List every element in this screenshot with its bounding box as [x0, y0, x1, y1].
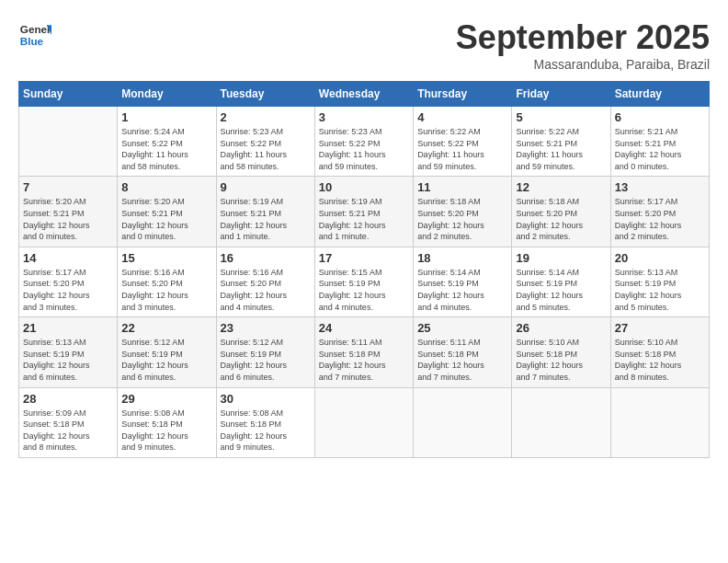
day-info: Sunrise: 5:10 AMSunset: 5:18 PMDaylight:… — [615, 337, 705, 383]
calendar-cell: 3Sunrise: 5:23 AMSunset: 5:22 PMDaylight… — [314, 107, 413, 177]
logo-icon: General Blue — [18, 18, 51, 52]
day-info: Sunrise: 5:18 AMSunset: 5:20 PMDaylight:… — [417, 196, 507, 242]
calendar-cell: 7Sunrise: 5:20 AMSunset: 5:21 PMDaylight… — [19, 177, 118, 247]
day-info: Sunrise: 5:16 AMSunset: 5:20 PMDaylight:… — [121, 267, 211, 313]
calendar-week-row: 28Sunrise: 5:09 AMSunset: 5:18 PMDayligh… — [19, 387, 710, 457]
day-number: 7 — [23, 180, 113, 194]
calendar-cell: 27Sunrise: 5:10 AMSunset: 5:18 PMDayligh… — [610, 317, 709, 387]
day-info: Sunrise: 5:24 AMSunset: 5:22 PMDaylight:… — [121, 126, 211, 172]
day-info: Sunrise: 5:23 AMSunset: 5:22 PMDaylight:… — [319, 126, 409, 172]
day-number: 23 — [221, 321, 311, 335]
day-number: 27 — [615, 321, 705, 335]
calendar-cell: 17Sunrise: 5:15 AMSunset: 5:19 PMDayligh… — [314, 247, 413, 316]
day-number: 3 — [319, 110, 409, 124]
weekday-header-wednesday: Wednesday — [314, 82, 413, 107]
day-info: Sunrise: 5:19 AMSunset: 5:21 PMDaylight:… — [221, 196, 311, 242]
calendar-cell: 13Sunrise: 5:17 AMSunset: 5:20 PMDayligh… — [610, 177, 709, 247]
day-number: 25 — [417, 321, 507, 335]
day-info: Sunrise: 5:16 AMSunset: 5:20 PMDaylight:… — [221, 267, 311, 313]
logo: General Blue — [18, 18, 51, 52]
day-number: 14 — [23, 251, 113, 265]
calendar-week-row: 1Sunrise: 5:24 AMSunset: 5:22 PMDaylight… — [19, 107, 710, 177]
day-info: Sunrise: 5:13 AMSunset: 5:19 PMDaylight:… — [615, 267, 705, 313]
day-info: Sunrise: 5:20 AMSunset: 5:21 PMDaylight:… — [23, 196, 113, 242]
day-info: Sunrise: 5:22 AMSunset: 5:22 PMDaylight:… — [417, 126, 507, 172]
day-info: Sunrise: 5:17 AMSunset: 5:20 PMDaylight:… — [615, 196, 705, 242]
day-info: Sunrise: 5:09 AMSunset: 5:18 PMDaylight:… — [23, 408, 113, 454]
calendar-body: 1Sunrise: 5:24 AMSunset: 5:22 PMDaylight… — [19, 107, 710, 458]
calendar: SundayMondayTuesdayWednesdayThursdayFrid… — [18, 81, 710, 458]
day-number: 30 — [221, 392, 311, 406]
calendar-cell: 21Sunrise: 5:13 AMSunset: 5:19 PMDayligh… — [19, 317, 118, 387]
weekday-header-tuesday: Tuesday — [216, 82, 314, 107]
day-number: 2 — [221, 110, 311, 124]
day-number: 13 — [615, 180, 705, 194]
calendar-cell: 6Sunrise: 5:21 AMSunset: 5:21 PMDaylight… — [610, 107, 709, 177]
day-info: Sunrise: 5:18 AMSunset: 5:20 PMDaylight:… — [516, 196, 606, 242]
calendar-cell: 8Sunrise: 5:20 AMSunset: 5:21 PMDaylight… — [118, 177, 216, 247]
weekday-header-row: SundayMondayTuesdayWednesdayThursdayFrid… — [19, 82, 710, 107]
calendar-cell — [610, 387, 709, 457]
calendar-cell: 4Sunrise: 5:22 AMSunset: 5:22 PMDaylight… — [414, 107, 512, 177]
day-number: 19 — [516, 251, 606, 265]
day-number: 15 — [121, 251, 211, 265]
calendar-cell: 11Sunrise: 5:18 AMSunset: 5:20 PMDayligh… — [414, 177, 512, 247]
day-info: Sunrise: 5:15 AMSunset: 5:19 PMDaylight:… — [319, 267, 409, 313]
day-info: Sunrise: 5:14 AMSunset: 5:19 PMDaylight:… — [417, 267, 507, 313]
day-number: 10 — [319, 180, 409, 194]
day-number: 11 — [417, 180, 507, 194]
day-number: 5 — [516, 110, 606, 124]
calendar-cell: 9Sunrise: 5:19 AMSunset: 5:21 PMDaylight… — [216, 177, 314, 247]
calendar-cell: 15Sunrise: 5:16 AMSunset: 5:20 PMDayligh… — [118, 247, 216, 316]
svg-text:Blue: Blue — [20, 35, 44, 47]
day-info: Sunrise: 5:13 AMSunset: 5:19 PMDaylight:… — [23, 337, 113, 383]
calendar-week-row: 21Sunrise: 5:13 AMSunset: 5:19 PMDayligh… — [19, 317, 710, 387]
day-info: Sunrise: 5:08 AMSunset: 5:18 PMDaylight:… — [121, 408, 211, 454]
calendar-cell — [314, 387, 413, 457]
day-number: 17 — [319, 251, 409, 265]
calendar-header: SundayMondayTuesdayWednesdayThursdayFrid… — [19, 82, 710, 107]
day-info: Sunrise: 5:08 AMSunset: 5:18 PMDaylight:… — [221, 408, 311, 454]
calendar-cell: 20Sunrise: 5:13 AMSunset: 5:19 PMDayligh… — [610, 247, 709, 316]
calendar-cell — [512, 387, 610, 457]
day-info: Sunrise: 5:12 AMSunset: 5:19 PMDaylight:… — [121, 337, 211, 383]
day-info: Sunrise: 5:10 AMSunset: 5:18 PMDaylight:… — [516, 337, 606, 383]
calendar-cell: 19Sunrise: 5:14 AMSunset: 5:19 PMDayligh… — [512, 247, 610, 316]
weekday-header-sunday: Sunday — [19, 82, 118, 107]
day-number: 24 — [319, 321, 409, 335]
day-number: 1 — [121, 110, 211, 124]
calendar-cell: 29Sunrise: 5:08 AMSunset: 5:18 PMDayligh… — [118, 387, 216, 457]
day-number: 26 — [516, 321, 606, 335]
month-title: September 2025 — [456, 18, 710, 57]
calendar-cell: 26Sunrise: 5:10 AMSunset: 5:18 PMDayligh… — [512, 317, 610, 387]
day-number: 12 — [516, 180, 606, 194]
calendar-cell: 5Sunrise: 5:22 AMSunset: 5:21 PMDaylight… — [512, 107, 610, 177]
day-info: Sunrise: 5:20 AMSunset: 5:21 PMDaylight:… — [121, 196, 211, 242]
calendar-cell: 22Sunrise: 5:12 AMSunset: 5:19 PMDayligh… — [118, 317, 216, 387]
calendar-cell — [19, 107, 118, 177]
title-area: September 2025 Massaranduba, Paraiba, Br… — [456, 18, 710, 72]
day-info: Sunrise: 5:12 AMSunset: 5:19 PMDaylight:… — [221, 337, 311, 383]
calendar-cell: 12Sunrise: 5:18 AMSunset: 5:20 PMDayligh… — [512, 177, 610, 247]
day-number: 29 — [121, 392, 211, 406]
header: General Blue September 2025 Massaranduba… — [18, 18, 710, 72]
day-number: 8 — [121, 180, 211, 194]
day-info: Sunrise: 5:17 AMSunset: 5:20 PMDaylight:… — [23, 267, 113, 313]
day-number: 22 — [121, 321, 211, 335]
calendar-cell: 30Sunrise: 5:08 AMSunset: 5:18 PMDayligh… — [216, 387, 314, 457]
calendar-cell — [414, 387, 512, 457]
day-number: 9 — [221, 180, 311, 194]
day-info: Sunrise: 5:23 AMSunset: 5:22 PMDaylight:… — [221, 126, 311, 172]
calendar-cell: 28Sunrise: 5:09 AMSunset: 5:18 PMDayligh… — [19, 387, 118, 457]
svg-text:General: General — [20, 23, 51, 35]
weekday-header-friday: Friday — [512, 82, 610, 107]
day-info: Sunrise: 5:11 AMSunset: 5:18 PMDaylight:… — [319, 337, 409, 383]
weekday-header-monday: Monday — [118, 82, 216, 107]
day-number: 28 — [23, 392, 113, 406]
calendar-cell: 16Sunrise: 5:16 AMSunset: 5:20 PMDayligh… — [216, 247, 314, 316]
calendar-cell: 23Sunrise: 5:12 AMSunset: 5:19 PMDayligh… — [216, 317, 314, 387]
weekday-header-thursday: Thursday — [414, 82, 512, 107]
day-info: Sunrise: 5:22 AMSunset: 5:21 PMDaylight:… — [516, 126, 606, 172]
day-number: 18 — [417, 251, 507, 265]
calendar-cell: 2Sunrise: 5:23 AMSunset: 5:22 PMDaylight… — [216, 107, 314, 177]
